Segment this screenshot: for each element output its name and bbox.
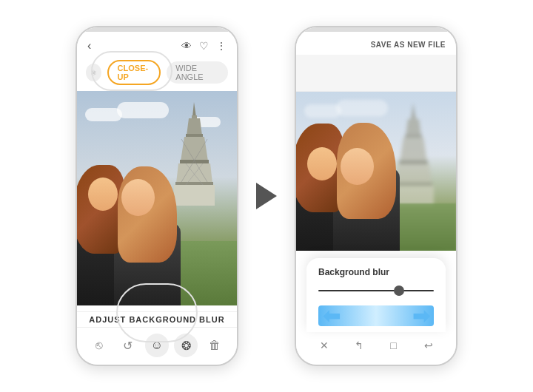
tab-wide-angle[interactable]: WIDE ANGLE — [167, 61, 228, 84]
svg-marker-13 — [412, 103, 415, 118]
svg-marker-2 — [187, 118, 202, 135]
bottom-icons: ⎋ ↺ ☺ ❂ 🗑 — [77, 332, 237, 362]
heart-icon[interactable]: ♡ — [199, 40, 209, 52]
eye-icon[interactable]: 👁 — [181, 40, 192, 52]
right-arrow-icon-slider[interactable]: ➡ — [412, 304, 429, 328]
left-phone: ‹ 👁 ♡ ⋮ ⚛ CLOSE-UP WIDE ANGLE — [76, 26, 238, 366]
frame-icon[interactable]: □ — [383, 335, 404, 356]
share-icon[interactable]: ⎋ — [87, 334, 111, 357]
right-bottom-icons: ✕ ↰ □ ↩ — [306, 332, 446, 360]
face-right-r — [341, 148, 374, 185]
top-icons: 👁 ♡ ⋮ — [181, 40, 227, 52]
blur-panel-title: Background blur — [318, 267, 434, 277]
rotate-icon[interactable]: ↺ — [116, 334, 140, 357]
left-bottom-toolbar: ADJUST BACKGROUND BLUR ⎋ ↺ ☺ ❂ 🗑 — [77, 305, 237, 365]
right-bottom-panel: Background blur ⬅ ➡ ✕ ↰ □ ↩ — [296, 251, 456, 365]
white-header — [296, 55, 456, 92]
back-arrow-icon[interactable]: ↩ — [418, 335, 439, 356]
main-scene: ‹ 👁 ♡ ⋮ ⚛ CLOSE-UP WIDE ANGLE — [0, 0, 533, 392]
right-arrow-icon — [256, 183, 277, 209]
back-button[interactable]: ‹ — [87, 39, 91, 53]
slider-thumb[interactable] — [394, 285, 404, 296]
left-phone-top-bar: ‹ 👁 ♡ ⋮ — [77, 32, 237, 57]
left-photo-bg — [77, 91, 237, 305]
rotate-icon-r[interactable]: ↰ — [349, 335, 369, 356]
people-left — [77, 134, 237, 305]
right-photo-bg — [296, 92, 456, 251]
right-phone: SAVE AS NEW FILE — [295, 26, 457, 366]
svg-marker-0 — [192, 102, 196, 117]
arrow-container — [252, 183, 281, 209]
filter-icon[interactable]: ⚛ — [86, 64, 101, 81]
slider-highlight-bar[interactable]: ⬅ ➡ — [318, 305, 434, 326]
tab-row: ⚛ CLOSE-UP WIDE ANGLE — [77, 57, 237, 91]
blur-panel: Background blur ⬅ ➡ — [306, 258, 446, 332]
face-retouching-icon[interactable]: ☺ — [145, 334, 169, 357]
right-photo-area — [296, 92, 456, 251]
more-icon[interactable]: ⋮ — [216, 40, 227, 52]
makeup-icon[interactable]: ❂ — [174, 334, 198, 357]
left-photo-area — [77, 91, 237, 305]
save-as-new-file-label[interactable]: SAVE AS NEW FILE — [371, 41, 446, 49]
people-right — [296, 124, 456, 251]
blur-label: ADJUST BACKGROUND BLUR — [77, 311, 237, 328]
cloud-2 — [117, 102, 169, 118]
left-arrow-icon[interactable]: ⬅ — [323, 304, 340, 328]
cancel-icon[interactable]: ✕ — [314, 335, 335, 356]
tab-close-up[interactable]: CLOSE-UP — [107, 60, 161, 85]
delete-icon[interactable]: 🗑 — [203, 334, 227, 357]
person-right-hair — [118, 166, 177, 263]
right-phone-top-bar: SAVE AS NEW FILE — [296, 32, 456, 55]
cloud-r-2 — [336, 100, 388, 116]
slider-track — [318, 290, 434, 291]
background-blur-slider[interactable] — [318, 283, 434, 298]
